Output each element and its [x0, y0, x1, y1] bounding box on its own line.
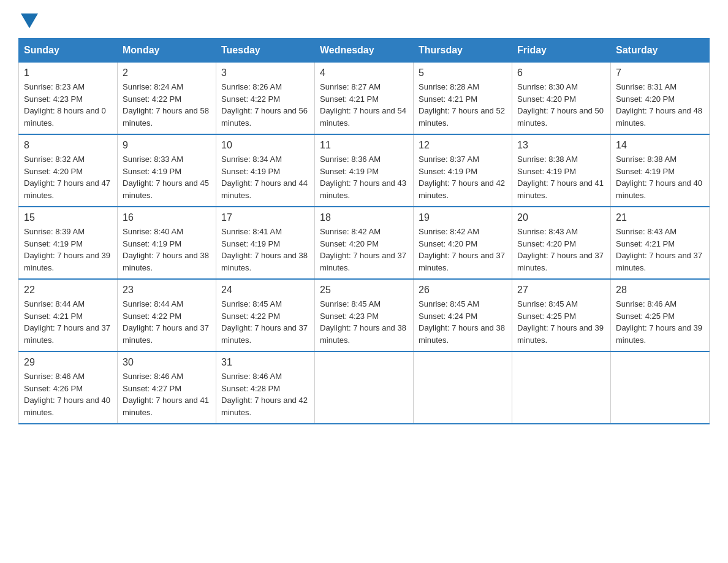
day-info: Sunrise: 8:44 AM Sunset: 4:22 PM Dayligh…	[123, 298, 211, 346]
header-row: SundayMondayTuesdayWednesdayThursdayFrid…	[19, 39, 710, 63]
day-number: 7	[616, 67, 704, 79]
day-cell: 31 Sunrise: 8:46 AM Sunset: 4:28 PM Dayl…	[216, 351, 315, 424]
day-cell: 10 Sunrise: 8:34 AM Sunset: 4:19 PM Dayl…	[216, 134, 315, 207]
day-number: 3	[221, 67, 309, 79]
day-number: 27	[517, 285, 605, 296]
day-number: 24	[221, 285, 309, 296]
day-number: 25	[320, 285, 408, 296]
day-cell	[315, 351, 414, 424]
day-cell: 12 Sunrise: 8:37 AM Sunset: 4:19 PM Dayl…	[414, 134, 512, 207]
day-cell: 13 Sunrise: 8:38 AM Sunset: 4:19 PM Dayl…	[512, 134, 611, 207]
day-cell: 22 Sunrise: 8:44 AM Sunset: 4:21 PM Dayl…	[19, 279, 118, 351]
day-info: Sunrise: 8:44 AM Sunset: 4:21 PM Dayligh…	[24, 298, 112, 346]
day-cell: 20 Sunrise: 8:43 AM Sunset: 4:20 PM Dayl…	[512, 207, 611, 279]
day-cell: 18 Sunrise: 8:42 AM Sunset: 4:20 PM Dayl…	[315, 207, 414, 279]
col-header-friday: Friday	[512, 39, 611, 63]
day-cell: 21 Sunrise: 8:43 AM Sunset: 4:21 PM Dayl…	[611, 207, 710, 279]
day-cell	[611, 351, 710, 424]
day-number: 17	[221, 212, 309, 223]
day-info: Sunrise: 8:40 AM Sunset: 4:19 PM Dayligh…	[123, 226, 211, 274]
day-info: Sunrise: 8:30 AM Sunset: 4:20 PM Dayligh…	[517, 81, 605, 129]
day-number: 10	[221, 140, 309, 151]
day-info: Sunrise: 8:32 AM Sunset: 4:20 PM Dayligh…	[24, 153, 112, 201]
day-cell: 14 Sunrise: 8:38 AM Sunset: 4:19 PM Dayl…	[611, 134, 710, 207]
day-info: Sunrise: 8:43 AM Sunset: 4:20 PM Dayligh…	[517, 226, 605, 274]
day-number: 30	[123, 357, 211, 368]
day-info: Sunrise: 8:38 AM Sunset: 4:19 PM Dayligh…	[517, 153, 605, 201]
day-info: Sunrise: 8:23 AM Sunset: 4:23 PM Dayligh…	[24, 81, 112, 129]
day-info: Sunrise: 8:24 AM Sunset: 4:22 PM Dayligh…	[123, 81, 211, 129]
day-number: 2	[123, 67, 211, 79]
day-number: 4	[320, 67, 408, 79]
day-number: 6	[517, 67, 605, 79]
day-info: Sunrise: 8:43 AM Sunset: 4:21 PM Dayligh…	[616, 226, 704, 274]
day-number: 21	[616, 212, 704, 223]
day-cell: 25 Sunrise: 8:45 AM Sunset: 4:23 PM Dayl…	[315, 279, 414, 351]
day-cell	[414, 351, 512, 424]
day-number: 15	[24, 212, 112, 223]
day-info: Sunrise: 8:39 AM Sunset: 4:19 PM Dayligh…	[24, 226, 112, 274]
week-row-1: 1 Sunrise: 8:23 AM Sunset: 4:23 PM Dayli…	[19, 63, 710, 135]
week-row-3: 15 Sunrise: 8:39 AM Sunset: 4:19 PM Dayl…	[19, 207, 710, 279]
day-number: 1	[24, 67, 112, 79]
day-number: 29	[24, 357, 112, 368]
day-number: 11	[320, 140, 408, 151]
week-row-4: 22 Sunrise: 8:44 AM Sunset: 4:21 PM Dayl…	[19, 279, 710, 351]
col-header-wednesday: Wednesday	[315, 39, 414, 63]
day-info: Sunrise: 8:38 AM Sunset: 4:19 PM Dayligh…	[616, 153, 704, 201]
day-number: 13	[517, 140, 605, 151]
day-number: 16	[123, 212, 211, 223]
day-info: Sunrise: 8:37 AM Sunset: 4:19 PM Dayligh…	[419, 153, 507, 201]
day-info: Sunrise: 8:45 AM Sunset: 4:24 PM Dayligh…	[419, 298, 507, 346]
day-info: Sunrise: 8:34 AM Sunset: 4:19 PM Dayligh…	[221, 153, 309, 201]
day-cell: 30 Sunrise: 8:46 AM Sunset: 4:27 PM Dayl…	[118, 351, 216, 424]
week-row-5: 29 Sunrise: 8:46 AM Sunset: 4:26 PM Dayl…	[19, 351, 710, 424]
day-number: 18	[320, 212, 408, 223]
col-header-saturday: Saturday	[611, 39, 710, 63]
day-info: Sunrise: 8:36 AM Sunset: 4:19 PM Dayligh…	[320, 153, 408, 201]
day-cell: 17 Sunrise: 8:41 AM Sunset: 4:19 PM Dayl…	[216, 207, 315, 279]
day-info: Sunrise: 8:33 AM Sunset: 4:19 PM Dayligh…	[123, 153, 211, 201]
day-number: 5	[419, 67, 507, 79]
day-cell: 9 Sunrise: 8:33 AM Sunset: 4:19 PM Dayli…	[118, 134, 216, 207]
day-info: Sunrise: 8:27 AM Sunset: 4:21 PM Dayligh…	[320, 81, 408, 129]
day-info: Sunrise: 8:45 AM Sunset: 4:22 PM Dayligh…	[221, 298, 309, 346]
day-number: 9	[123, 140, 211, 151]
day-number: 8	[24, 140, 112, 151]
day-cell: 23 Sunrise: 8:44 AM Sunset: 4:22 PM Dayl…	[118, 279, 216, 351]
day-cell: 6 Sunrise: 8:30 AM Sunset: 4:20 PM Dayli…	[512, 63, 611, 135]
day-info: Sunrise: 8:45 AM Sunset: 4:23 PM Dayligh…	[320, 298, 408, 346]
day-info: Sunrise: 8:46 AM Sunset: 4:25 PM Dayligh…	[616, 298, 704, 346]
logo-triangle-icon	[21, 13, 38, 28]
day-info: Sunrise: 8:42 AM Sunset: 4:20 PM Dayligh…	[419, 226, 507, 274]
day-cell: 28 Sunrise: 8:46 AM Sunset: 4:25 PM Dayl…	[611, 279, 710, 351]
day-cell: 26 Sunrise: 8:45 AM Sunset: 4:24 PM Dayl…	[414, 279, 512, 351]
day-number: 14	[616, 140, 704, 151]
day-info: Sunrise: 8:42 AM Sunset: 4:20 PM Dayligh…	[320, 226, 408, 274]
col-header-tuesday: Tuesday	[216, 39, 315, 63]
day-cell: 19 Sunrise: 8:42 AM Sunset: 4:20 PM Dayl…	[414, 207, 512, 279]
day-info: Sunrise: 8:45 AM Sunset: 4:25 PM Dayligh…	[517, 298, 605, 346]
day-cell: 16 Sunrise: 8:40 AM Sunset: 4:19 PM Dayl…	[118, 207, 216, 279]
col-header-thursday: Thursday	[414, 39, 512, 63]
calendar-table: SundayMondayTuesdayWednesdayThursdayFrid…	[18, 38, 710, 424]
day-cell: 2 Sunrise: 8:24 AM Sunset: 4:22 PM Dayli…	[118, 63, 216, 135]
day-info: Sunrise: 8:46 AM Sunset: 4:28 PM Dayligh…	[221, 370, 309, 418]
col-header-monday: Monday	[118, 39, 216, 63]
day-number: 22	[24, 285, 112, 296]
day-number: 19	[419, 212, 507, 223]
day-cell: 7 Sunrise: 8:31 AM Sunset: 4:20 PM Dayli…	[611, 63, 710, 135]
logo	[18, 12, 38, 26]
day-number: 20	[517, 212, 605, 223]
day-number: 28	[616, 285, 704, 296]
day-cell: 5 Sunrise: 8:28 AM Sunset: 4:21 PM Dayli…	[414, 63, 512, 135]
day-cell: 1 Sunrise: 8:23 AM Sunset: 4:23 PM Dayli…	[19, 63, 118, 135]
day-cell: 29 Sunrise: 8:46 AM Sunset: 4:26 PM Dayl…	[19, 351, 118, 424]
day-number: 23	[123, 285, 211, 296]
day-cell: 11 Sunrise: 8:36 AM Sunset: 4:19 PM Dayl…	[315, 134, 414, 207]
day-info: Sunrise: 8:46 AM Sunset: 4:27 PM Dayligh…	[123, 370, 211, 418]
col-header-sunday: Sunday	[19, 39, 118, 63]
day-number: 12	[419, 140, 507, 151]
day-cell: 27 Sunrise: 8:45 AM Sunset: 4:25 PM Dayl…	[512, 279, 611, 351]
day-info: Sunrise: 8:28 AM Sunset: 4:21 PM Dayligh…	[419, 81, 507, 129]
